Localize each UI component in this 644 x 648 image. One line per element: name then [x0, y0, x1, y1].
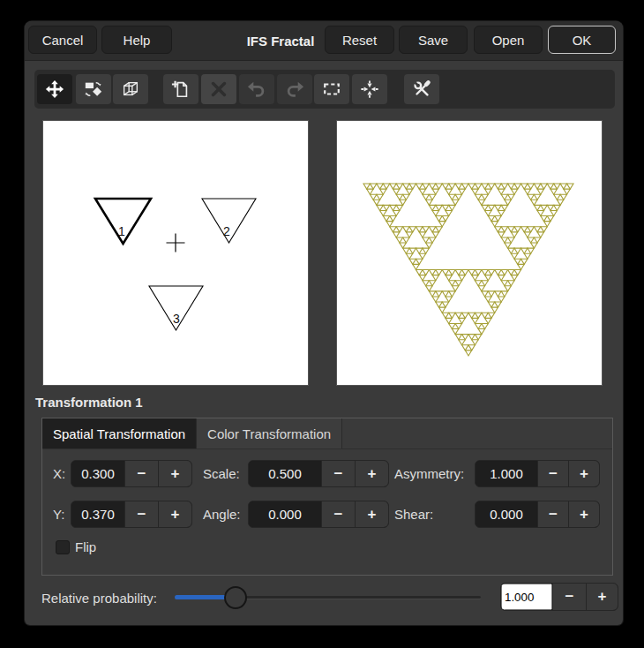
- y-decrement-button[interactable]: −: [124, 501, 158, 527]
- delete-x-icon: [209, 79, 228, 99]
- plus-icon: +: [598, 588, 607, 606]
- flip-label: Flip: [75, 539, 96, 554]
- shear-input[interactable]: [476, 501, 537, 527]
- plus-icon: +: [580, 506, 588, 524]
- svg-text:1: 1: [118, 224, 125, 238]
- x-increment-button[interactable]: +: [158, 461, 191, 486]
- minus-icon: −: [549, 506, 558, 524]
- x-decrement-button[interactable]: −: [124, 461, 158, 486]
- design-preview[interactable]: 123: [42, 120, 309, 386]
- relative-probability-label: Relative probability:: [41, 591, 157, 606]
- tools-wrench-icon: [412, 79, 431, 99]
- delete-transformation-button: [201, 74, 236, 104]
- move-icon: [45, 79, 64, 99]
- move-tool-button[interactable]: [37, 74, 72, 104]
- redo-icon: [285, 79, 304, 99]
- tab-color-transformation[interactable]: Color Transformation: [197, 418, 342, 448]
- scale-label: Scale:: [203, 466, 240, 481]
- relative-probability-slider[interactable]: [175, 585, 481, 610]
- asymmetry-increment-button[interactable]: +: [568, 461, 599, 486]
- minus-icon: −: [565, 588, 574, 606]
- spatial-transformation-panel: X: − + Scale: − + Asymmetry: − + Y: −: [42, 448, 612, 575]
- flip-checkbox[interactable]: [56, 540, 70, 554]
- angle-decrement-button[interactable]: −: [321, 501, 355, 527]
- minus-icon: −: [334, 465, 343, 483]
- plus-icon: +: [171, 506, 180, 524]
- plus-icon: +: [368, 465, 377, 483]
- minus-icon: −: [334, 506, 343, 524]
- scale-decrement-button[interactable]: −: [321, 461, 355, 486]
- asymmetry-label: Asymmetry:: [394, 466, 464, 481]
- probability-increment-button[interactable]: +: [586, 584, 618, 610]
- y-label: Y:: [53, 507, 64, 522]
- recompute-center-button[interactable]: [352, 74, 387, 104]
- minus-icon: −: [138, 465, 146, 483]
- relative-probability-spinbox: − +: [500, 583, 618, 611]
- reset-button[interactable]: Reset: [325, 26, 394, 54]
- toolbar: [34, 70, 615, 109]
- angle-increment-button[interactable]: +: [355, 501, 388, 527]
- angle-input[interactable]: [249, 501, 321, 527]
- x-input[interactable]: [71, 461, 124, 486]
- y-input[interactable]: [71, 501, 124, 527]
- transformation-notebook: Spatial Transformation Color Transformat…: [41, 418, 613, 576]
- tab-spatial-transformation[interactable]: Spatial Transformation: [42, 418, 197, 448]
- ifs-fractal-dialog: Cancel Help IFS Fractal Reset Save Open …: [25, 21, 623, 625]
- plus-icon: +: [368, 506, 377, 524]
- ok-button[interactable]: OK: [548, 26, 616, 54]
- y-spinbox: − +: [71, 501, 192, 528]
- tab-bar: Spatial Transformation Color Transformat…: [42, 418, 612, 449]
- plus-icon: +: [580, 465, 588, 483]
- y-increment-button[interactable]: +: [158, 501, 191, 527]
- angle-label: Angle:: [203, 507, 241, 522]
- angle-spinbox: − +: [248, 501, 389, 528]
- shear-label: Shear:: [394, 507, 433, 522]
- plus-icon: +: [171, 465, 180, 483]
- scale-input[interactable]: [249, 461, 321, 486]
- asymmetry-spinbox: − +: [475, 460, 600, 487]
- help-button[interactable]: Help: [101, 26, 172, 54]
- asymmetry-decrement-button[interactable]: −: [537, 461, 568, 486]
- fractal-preview: [336, 120, 603, 386]
- stretch-tool-button[interactable]: [113, 74, 148, 104]
- svg-text:2: 2: [223, 224, 230, 238]
- scale-increment-button[interactable]: +: [355, 461, 388, 486]
- undo-icon: [247, 79, 266, 99]
- new-document-icon: [171, 79, 191, 99]
- save-button[interactable]: Save: [399, 26, 468, 54]
- minus-icon: −: [549, 465, 558, 483]
- render-options-button[interactable]: [404, 74, 439, 104]
- cube-icon: [121, 79, 140, 99]
- shear-spinbox: − +: [475, 501, 600, 528]
- dialog-title: IFS Fractal: [236, 21, 325, 60]
- center-arrows-icon: [360, 79, 379, 99]
- x-spinbox: − +: [71, 460, 192, 487]
- rotate-scale-tool-button[interactable]: [76, 74, 111, 104]
- transformation-heading: Transformation 1: [35, 395, 143, 410]
- titlebar: Cancel Help IFS Fractal Reset Save Open …: [25, 21, 623, 61]
- shear-increment-button[interactable]: +: [568, 501, 599, 527]
- scale-spinbox: − +: [248, 460, 389, 487]
- minus-icon: −: [138, 506, 146, 524]
- svg-text:3: 3: [173, 312, 180, 326]
- probability-decrement-button[interactable]: −: [552, 584, 586, 610]
- redo-button: [277, 74, 312, 104]
- design-preview-svg[interactable]: 123: [43, 121, 308, 385]
- open-button[interactable]: Open: [474, 26, 543, 54]
- selection-rectangle-icon: [322, 79, 341, 99]
- new-transformation-button[interactable]: [163, 74, 198, 104]
- fractal-canvas: [337, 121, 602, 385]
- undo-button: [239, 74, 274, 104]
- x-label: X:: [53, 466, 65, 481]
- slider-handle[interactable]: [224, 586, 247, 609]
- relative-probability-input[interactable]: [501, 584, 552, 610]
- select-all-button[interactable]: [314, 74, 349, 104]
- cancel-button[interactable]: Cancel: [28, 26, 97, 54]
- rotate-scale-icon: [84, 79, 103, 99]
- shear-decrement-button[interactable]: −: [537, 501, 568, 527]
- asymmetry-input[interactable]: [476, 461, 537, 486]
